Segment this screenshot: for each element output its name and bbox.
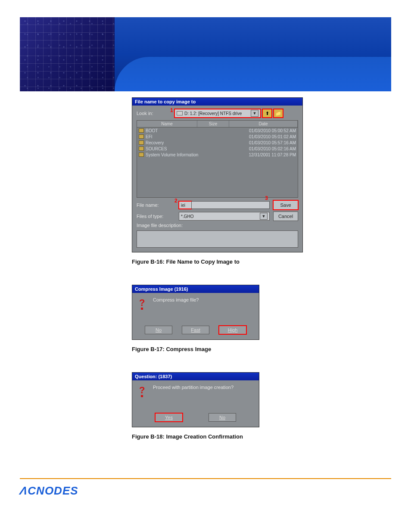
look-in-dropdown[interactable]: D: 1.2: [Recovery] NTFS drive ▼	[174, 109, 261, 118]
no-button[interactable]: No	[209, 413, 236, 422]
folder-icon	[139, 134, 144, 139]
files-of-type-label: Files of type:	[137, 214, 179, 219]
image-description-label: Image file description:	[137, 223, 298, 228]
list-item[interactable]: BOOT01/03/2010 05:00:52 AM	[137, 128, 298, 134]
col-size[interactable]: Size	[197, 121, 229, 127]
look-in-value: D: 1.2: [Recovery] NTFS drive	[184, 111, 242, 116]
footer-divider	[20, 478, 391, 479]
callout-1: 1	[170, 107, 173, 113]
high-button[interactable]: High	[219, 326, 246, 334]
dropdown-arrow-icon[interactable]: ▼	[251, 110, 258, 117]
files-of-type-dropdown[interactable]: *.GHO ▼	[179, 212, 270, 221]
dialog-titlebar: Compress Image (1916)	[132, 285, 259, 293]
brand-lambda-icon: Λ	[19, 484, 29, 498]
dialog-titlebar: Question: (1837)	[132, 373, 259, 380]
fast-button[interactable]: Fast	[182, 326, 209, 334]
col-date[interactable]: Date	[229, 121, 298, 127]
cancel-button[interactable]: Cancel	[273, 212, 298, 221]
page-footer: ΛCNODES	[20, 478, 391, 498]
callout-3: 3	[265, 195, 268, 201]
dialog-message: Compress image file?	[153, 297, 199, 302]
list-item[interactable]: System Volume Information12/31/2001 11:0…	[137, 152, 298, 158]
question-icon: ?	[138, 385, 148, 398]
folder-icon	[139, 140, 144, 145]
up-arrow-icon: ⬆	[265, 111, 269, 116]
banner-swoosh	[115, 57, 391, 91]
image-description-box[interactable]	[137, 230, 298, 248]
dialog-title: Compress Image (1916)	[135, 286, 188, 292]
question-icon: ?	[138, 297, 148, 310]
header-banner	[20, 17, 391, 91]
dropdown-arrow-icon[interactable]: ▼	[260, 213, 268, 220]
yes-button[interactable]: Yes	[155, 413, 183, 422]
circuit-board-image	[20, 17, 115, 91]
svg-text:?: ?	[139, 385, 145, 395]
question-dialog: Question: (1837) ? Proceed with partitio…	[132, 372, 259, 427]
file-list[interactable]: Name Size Date BOOT01/03/2010 05:00:52 A…	[137, 120, 298, 198]
no-button[interactable]: No	[145, 326, 172, 334]
svg-rect-3	[141, 395, 143, 397]
figure-caption: Figure B-16: File Name to Copy Image to	[132, 258, 313, 265]
svg-rect-1	[141, 308, 143, 310]
brand-text: CNODES	[28, 484, 78, 498]
compress-image-dialog: Compress Image (1916) ? Compress image f…	[132, 285, 259, 340]
svg-text:?: ?	[139, 297, 145, 308]
file-name-input[interactable]: iei	[179, 201, 192, 209]
figure-caption: Figure B-18: Image Creation Confirmation	[132, 433, 313, 440]
callout-2: 2	[174, 198, 177, 204]
folder-icon: 📁	[275, 111, 281, 116]
figure-caption: Figure B-17: Compress Image	[132, 346, 313, 352]
dialog-title: File name to copy image to	[135, 99, 196, 104]
dialog-titlebar: File name to copy image to	[132, 98, 302, 106]
new-folder-button[interactable]: 📁	[274, 109, 283, 118]
folder-icon	[139, 146, 144, 151]
drive-icon	[177, 111, 183, 115]
file-name-input-rest[interactable]	[191, 201, 270, 209]
save-button[interactable]: Save	[273, 200, 298, 210]
col-name[interactable]: Name	[137, 121, 197, 127]
list-item[interactable]: Recovery01/03/2010 05:57:16 AM	[137, 140, 298, 146]
dialog-title: Question: (1837)	[135, 374, 172, 379]
file-list-header: Name Size Date	[137, 121, 298, 128]
list-item[interactable]: SOURCES01/03/2010 05:02:16 AM	[137, 146, 298, 152]
file-name-dialog: File name to copy image to Look in: 1 D:…	[132, 97, 303, 252]
folder-icon	[139, 128, 144, 133]
brand-logo: ΛCNODES	[20, 484, 391, 498]
up-folder-button[interactable]: ⬆	[262, 109, 272, 118]
file-name-label: File name:	[137, 202, 179, 208]
look-in-label: Look in:	[137, 111, 174, 116]
folder-icon	[139, 152, 144, 157]
dialog-message: Proceed with partition image creation?	[153, 385, 234, 390]
list-item[interactable]: EFI01/03/2010 05:01:02 AM	[137, 134, 298, 140]
